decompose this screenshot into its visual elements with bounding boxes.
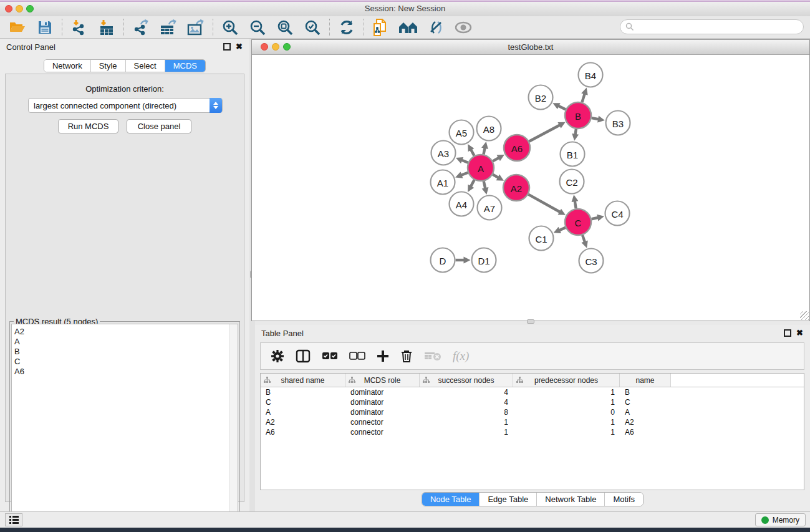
cell-predecessor-nodes[interactable]: 0: [513, 408, 620, 417]
network-zoom-button[interactable]: [283, 43, 291, 51]
minimize-window-button[interactable]: [16, 5, 23, 12]
task-history-button[interactable]: [5, 513, 22, 526]
graph-node-C2[interactable]: C2: [560, 170, 584, 194]
graph-node-A3[interactable]: A3: [432, 141, 456, 165]
cell-successor-nodes[interactable]: 4: [420, 388, 513, 397]
graph-node-C3[interactable]: C3: [579, 249, 604, 273]
column-header-successor-nodes[interactable]: successor nodes: [420, 374, 513, 387]
result-list-item[interactable]: B: [12, 347, 238, 357]
select-all-columns-icon[interactable]: [322, 352, 338, 360]
export-image-icon[interactable]: [182, 17, 210, 37]
graph-node-B2[interactable]: B2: [529, 85, 553, 110]
show-column-icon[interactable]: [296, 349, 311, 363]
graph-node-C1[interactable]: C1: [529, 226, 554, 251]
zoom-selected-icon[interactable]: [299, 17, 326, 37]
table-options-gear-icon[interactable]: [271, 349, 284, 363]
cell-MCDS-role[interactable]: dominator: [345, 398, 420, 407]
cell-successor-nodes[interactable]: 8: [420, 408, 513, 417]
delete-table-icon[interactable]: [424, 351, 441, 361]
cell-MCDS-role[interactable]: dominator: [345, 408, 420, 417]
zoom-fit-icon[interactable]: [271, 17, 299, 37]
float-panel-icon[interactable]: [784, 329, 791, 337]
graph-node-B[interactable]: B: [565, 102, 591, 128]
zoom-window-button[interactable]: [26, 5, 34, 12]
result-list-item[interactable]: C: [12, 357, 238, 367]
tab-select[interactable]: Select: [125, 60, 165, 72]
show-hide-graphics-details-icon[interactable]: [422, 17, 450, 37]
edge-B-B2[interactable]: [557, 105, 566, 109]
tab-mcds[interactable]: MCDS: [165, 60, 205, 72]
cell-successor-nodes[interactable]: 1: [420, 418, 513, 427]
cell-predecessor-nodes[interactable]: 1: [513, 418, 620, 427]
table-row[interactable]: Bdominator41B: [261, 387, 804, 397]
tab-motifs[interactable]: Motifs: [604, 493, 643, 506]
table-row[interactable]: A6connector11A6: [261, 427, 804, 437]
node-table[interactable]: shared nameMCDS rolesuccessor nodesprede…: [260, 373, 804, 490]
graph-node-D[interactable]: D: [431, 248, 455, 273]
tab-style[interactable]: Style: [90, 60, 125, 72]
cell-shared-name[interactable]: A: [261, 408, 345, 417]
cell-shared-name[interactable]: A6: [261, 428, 345, 437]
graph-node-C[interactable]: C: [565, 209, 591, 235]
network-minimize-button[interactable]: [272, 43, 279, 51]
cell-name[interactable]: A2: [620, 418, 671, 427]
tab-node-table[interactable]: Node Table: [422, 493, 480, 506]
cell-successor-nodes[interactable]: 4: [420, 398, 513, 407]
export-table-icon[interactable]: [155, 17, 182, 37]
network-window-title-bar[interactable]: testGlobe.txt: [252, 40, 809, 55]
cell-predecessor-nodes[interactable]: 1: [513, 428, 620, 437]
graph-node-A5[interactable]: A5: [450, 120, 474, 145]
cell-predecessor-nodes[interactable]: 1: [513, 388, 620, 397]
result-scrollbar[interactable]: [229, 324, 238, 531]
cell-shared-name[interactable]: B: [261, 388, 345, 397]
table-row[interactable]: Cdominator41C: [261, 397, 804, 407]
open-network-browser-icon[interactable]: [395, 17, 422, 37]
graph-node-A[interactable]: A: [468, 155, 494, 181]
cell-shared-name[interactable]: C: [261, 398, 345, 407]
delete-column-trash-icon[interactable]: [400, 349, 413, 363]
column-header-shared-name[interactable]: shared name: [261, 374, 345, 387]
table-row[interactable]: Adominator80A: [261, 407, 804, 417]
splitter-grip[interactable]: [527, 319, 534, 324]
float-panel-icon[interactable]: [223, 43, 231, 51]
close-window-button[interactable]: [5, 5, 12, 12]
refresh-layout-icon[interactable]: [333, 17, 360, 37]
graph-node-C4[interactable]: C4: [605, 201, 630, 226]
deselect-all-columns-icon[interactable]: [349, 352, 365, 360]
edge-A2-C[interactable]: [528, 195, 561, 213]
column-header-MCDS-role[interactable]: MCDS role: [345, 374, 420, 387]
graph-node-A6[interactable]: A6: [504, 135, 530, 161]
cell-MCDS-role[interactable]: connector: [345, 428, 420, 437]
graph-node-B3[interactable]: B3: [606, 111, 630, 135]
open-session-icon[interactable]: [4, 17, 31, 37]
network-close-button[interactable]: [261, 43, 268, 51]
graph-node-B4[interactable]: B4: [579, 63, 603, 87]
tab-edge-table[interactable]: Edge Table: [479, 493, 536, 506]
edge-B-B4[interactable]: [582, 93, 585, 102]
save-session-icon[interactable]: [31, 17, 59, 37]
cell-name[interactable]: A6: [620, 428, 671, 437]
export-network-icon[interactable]: [127, 17, 155, 37]
close-panel-icon[interactable]: ✖: [796, 329, 804, 337]
result-list-item[interactable]: A2: [12, 327, 238, 337]
run-mcds-button[interactable]: Run MCDS: [58, 119, 118, 133]
graph-node-A7[interactable]: A7: [478, 196, 502, 220]
column-header-predecessor-nodes[interactable]: predecessor nodes: [513, 374, 620, 387]
resize-grip-icon[interactable]: [800, 311, 809, 320]
graph-node-A8[interactable]: A8: [477, 117, 501, 141]
close-panel-icon[interactable]: ✖: [236, 43, 243, 51]
memory-button[interactable]: Memory: [755, 513, 806, 526]
column-header-name[interactable]: name: [620, 374, 671, 387]
cell-MCDS-role[interactable]: connector: [345, 418, 420, 427]
graph-node-D1[interactable]: D1: [472, 248, 496, 273]
cell-MCDS-role[interactable]: dominator: [345, 388, 420, 397]
zoom-out-icon[interactable]: [244, 17, 271, 37]
import-table-icon[interactable]: [93, 17, 120, 37]
edge-A6-B[interactable]: [529, 125, 560, 142]
close-panel-button[interactable]: Close panel: [127, 119, 191, 133]
toggle-views-eye-icon[interactable]: [450, 17, 477, 37]
create-column-icon[interactable]: [377, 350, 389, 362]
zoom-in-icon[interactable]: [216, 17, 244, 37]
cell-shared-name[interactable]: A2: [261, 418, 345, 427]
cell-predecessor-nodes[interactable]: 1: [513, 398, 620, 407]
